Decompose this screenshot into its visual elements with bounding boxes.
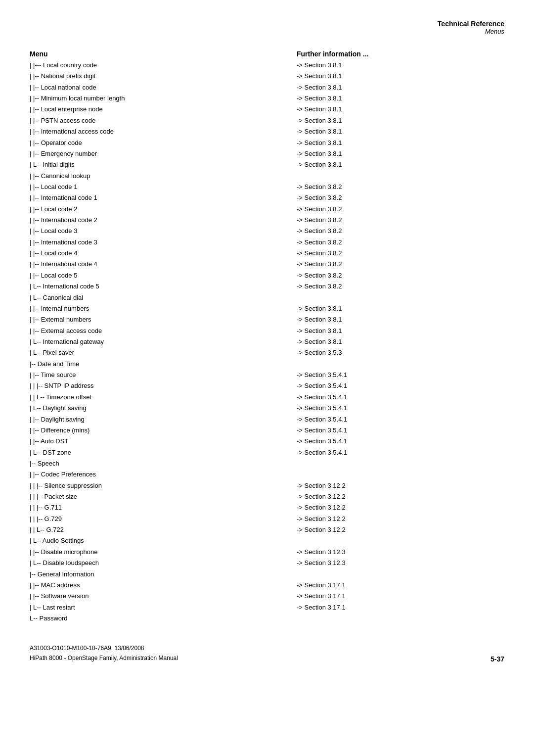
further-item: -> Section 3.12.2 (297, 502, 504, 513)
further-item: -> Section 3.12.3 (297, 558, 504, 568)
menu-item: | |-- Difference (mins) (30, 425, 287, 436)
menu-item: L-- Password (30, 613, 287, 624)
further-item: -> Section 3.5.4.1 (297, 392, 504, 403)
further-column-header: Further information ... (297, 50, 504, 58)
further-rows: -> Section 3.8.1-> Section 3.8.1-> Secti… (297, 60, 504, 624)
further-item: -> Section 3.5.4.1 (297, 370, 504, 380)
menu-item: | |-- International code 2 (30, 215, 287, 226)
further-item: -> Section 3.8.2 (297, 270, 504, 281)
further-item: -> Section 3.8.1 (297, 326, 504, 336)
further-item: -> Section 3.12.2 (297, 480, 504, 491)
menu-item: | | |-- SNTP IP address (30, 380, 287, 391)
menu-item: | |-- International code 1 (30, 192, 287, 203)
further-item: -> Section 3.8.1 (297, 303, 504, 314)
menu-item: | |-- International access code (30, 126, 287, 137)
menu-item: | L-- International gateway (30, 336, 287, 347)
further-item: -> Section 3.8.2 (297, 192, 504, 203)
menu-item: | |-- Internal numbers (30, 303, 287, 314)
menu-item: | |-- International code 3 (30, 237, 287, 248)
menu-item: | | |-- G.729 (30, 514, 287, 524)
further-item: -> Section 3.5.4.1 (297, 414, 504, 425)
menu-item: | |-- Emergency number (30, 148, 287, 159)
menu-item: | L-- Daylight saving (30, 403, 287, 414)
further-item: -> Section 3.5.4.1 (297, 380, 504, 391)
menu-item: | |-- Local code 3 (30, 226, 287, 236)
further-item: -> Section 3.8.2 (297, 182, 504, 192)
footer-line1: A31003-O1010-M100-10-76A9, 13/06/2008 (30, 644, 178, 653)
further-item: -> Section 3.17.1 (297, 591, 504, 602)
menu-item: | | |-- G.711 (30, 502, 287, 513)
further-item: -> Section 3.8.1 (297, 159, 504, 170)
menu-item: | |-- Disable microphone (30, 547, 287, 558)
further-item: -> Section 3.8.2 (297, 226, 504, 236)
further-item: -> Section 3.12.2 (297, 491, 504, 502)
footer-line2: HiPath 8000 - OpenStage Family, Administ… (30, 654, 178, 663)
further-item: -> Section 3.17.1 (297, 602, 504, 613)
menu-item: | |-- International code 4 (30, 259, 287, 270)
further-item: -> Section 3.12.3 (297, 547, 504, 558)
menu-column: Menu | |--- Local country code| |-- Nati… (30, 50, 287, 624)
further-item: -> Section 3.8.1 (297, 126, 504, 137)
menu-item: |-- General Information (30, 569, 287, 580)
page-footer: A31003-O1010-M100-10-76A9, 13/06/2008 Hi… (30, 644, 504, 662)
footer-left: A31003-O1010-M100-10-76A9, 13/06/2008 Hi… (30, 644, 178, 662)
further-item: -> Section 3.5.4.1 (297, 447, 504, 458)
menu-item: | L-- Pixel saver (30, 347, 287, 358)
doc-subtitle: Menus (30, 28, 504, 35)
menu-item: | |--- Local country code (30, 60, 287, 71)
further-item: -> Section 3.8.1 (297, 115, 504, 126)
further-item: -> Section 3.12.2 (297, 514, 504, 524)
menu-item: | L-- Disable loudspeech (30, 558, 287, 568)
menu-item: | |-- Canonical lookup (30, 171, 287, 182)
doc-title: Technical Reference (30, 20, 504, 28)
menu-item: | |-- Local code 2 (30, 204, 287, 215)
footer-page-number: 5-37 (490, 655, 504, 663)
menu-item: | | |-- Silence suppression (30, 480, 287, 491)
menu-item: |-- Speech (30, 458, 287, 469)
menu-item: | |-- Codec Preferences (30, 469, 287, 480)
menu-item: | |-- Auto DST (30, 436, 287, 447)
further-item: -> Section 3.8.2 (297, 204, 504, 215)
further-item: -> Section 3.5.4.1 (297, 425, 504, 436)
menu-item: | |-- PSTN access code (30, 115, 287, 126)
menu-item: | |-- Local enterprise node (30, 104, 287, 115)
menu-item: | |-- National prefix digit (30, 71, 287, 82)
page-header: Technical Reference Menus (30, 20, 504, 35)
further-item: -> Section 3.8.1 (297, 138, 504, 148)
further-item: -> Section 3.8.1 (297, 71, 504, 82)
menu-item: | |-- Daylight saving (30, 414, 287, 425)
menu-item: | L-- Initial digits (30, 159, 287, 170)
menu-item: | |-- External access code (30, 326, 287, 336)
menu-column-header: Menu (30, 50, 287, 58)
further-item: -> Section 3.8.2 (297, 281, 504, 292)
further-item: -> Section 3.8.2 (297, 248, 504, 259)
menu-item: | L-- International code 5 (30, 281, 287, 292)
menu-item: | |-- Local code 4 (30, 248, 287, 259)
further-item: -> Section 3.8.1 (297, 314, 504, 325)
further-item: -> Section 3.8.1 (297, 82, 504, 93)
menu-item: | L-- Last restart (30, 602, 287, 613)
menu-item: | |-- Operator code (30, 138, 287, 148)
menu-item: | |-- Minimum local number length (30, 93, 287, 104)
further-item: -> Section 3.5.3 (297, 347, 504, 358)
menu-item: | | L-- G.722 (30, 524, 287, 535)
menu-item: | |-- Local code 1 (30, 182, 287, 192)
further-column: Further information ... -> Section 3.8.1… (287, 50, 504, 624)
further-item: -> Section 3.8.2 (297, 237, 504, 248)
further-item: -> Section 3.12.2 (297, 524, 504, 535)
further-item: -> Section 3.8.1 (297, 104, 504, 115)
menu-item: | |-- Time source (30, 370, 287, 380)
further-item: -> Section 3.5.4.1 (297, 436, 504, 447)
further-item: -> Section 3.17.1 (297, 580, 504, 591)
further-item: -> Section 3.5.4.1 (297, 403, 504, 414)
menu-item: | | |-- Packet size (30, 491, 287, 502)
further-item: -> Section 3.8.2 (297, 259, 504, 270)
further-item: -> Section 3.8.1 (297, 148, 504, 159)
further-item: -> Section 3.8.1 (297, 336, 504, 347)
menu-item: | L-- Audio Settings (30, 535, 287, 546)
menu-item: | | L-- Timezone offset (30, 392, 287, 403)
menu-item: | |-- External numbers (30, 314, 287, 325)
further-item: -> Section 3.8.2 (297, 215, 504, 226)
menu-item: | |-- Local national code (30, 82, 287, 93)
content-area: Menu | |--- Local country code| |-- Nati… (30, 50, 504, 624)
